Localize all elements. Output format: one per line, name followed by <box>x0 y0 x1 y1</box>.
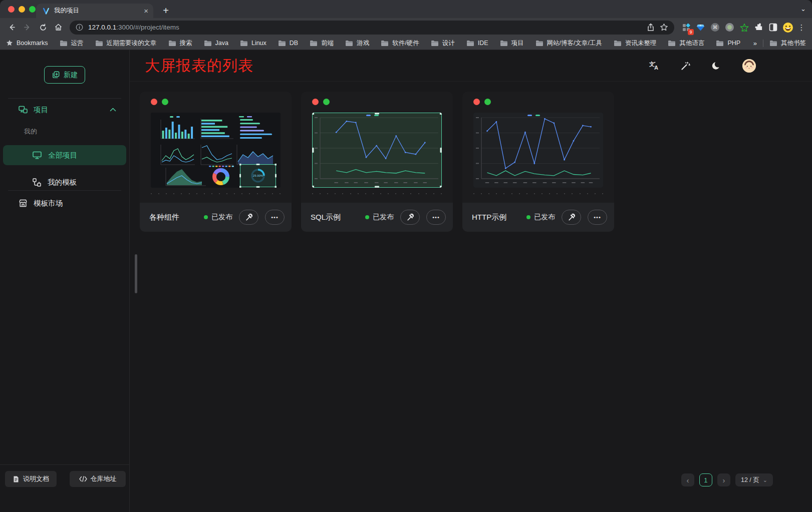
bookmark-folder[interactable]: 其他语言 <box>668 39 704 48</box>
url-host: 127.0.0.1 <box>88 24 116 31</box>
folder-icon <box>381 40 389 47</box>
back-icon[interactable] <box>5 20 19 35</box>
page-size-select[interactable]: 12 / 页 ⌄ <box>735 473 773 486</box>
cards-row: 25.00%各种组件已发布•••SQL示例已发布•••HTTP示例已发布••• <box>140 92 614 232</box>
browser-tab[interactable]: 我的项目 × <box>36 4 153 18</box>
reload-icon[interactable] <box>36 20 50 35</box>
sidebar-divider-top <box>8 98 121 99</box>
more-icon: ••• <box>432 214 440 220</box>
folder-icon <box>168 40 176 47</box>
goview-logo-icon <box>42 7 50 15</box>
more-button[interactable]: ••• <box>426 210 446 225</box>
bookmark-folder[interactable]: 近期需要读的文章 <box>95 39 157 48</box>
bookmark-folder[interactable]: PHP <box>716 40 740 47</box>
translate-icon[interactable]: 文A <box>649 61 660 71</box>
folder-icon <box>614 40 622 47</box>
close-window-button[interactable] <box>8 6 15 13</box>
edit-button[interactable] <box>239 210 258 225</box>
more-button[interactable]: ••• <box>588 210 607 225</box>
card-window-dots <box>312 99 330 105</box>
url-bar[interactable]: 127.0.0.1:3000/#/project/items <box>70 21 674 35</box>
page-title: 大屏报表的列表 <box>145 56 253 76</box>
svg-text:A: A <box>654 65 658 71</box>
status-badge: 已发布 <box>526 213 555 222</box>
bookmark-folder[interactable]: Java <box>204 40 228 47</box>
forward-icon[interactable] <box>20 20 35 35</box>
dotted-separator <box>151 193 281 195</box>
scrollbar-thumb[interactable] <box>135 254 137 293</box>
puzzle-icon[interactable] <box>752 21 765 34</box>
bookmark-label: 游戏 <box>357 39 369 48</box>
edit-button[interactable] <box>562 210 581 225</box>
tab-title: 我的项目 <box>54 7 140 15</box>
tab-search-icon[interactable]: ⌄ <box>800 5 806 13</box>
card-footer: HTTP示例已发布••• <box>462 203 614 232</box>
other-bookmarks-label: 其他书签 <box>781 39 806 48</box>
browser-menu-icon[interactable]: ⋮ <box>795 23 807 32</box>
bookmark-folder[interactable]: 软件/硬件 <box>381 39 419 48</box>
project-thumbnail[interactable]: 25.00% <box>151 113 281 188</box>
hammer-icon <box>568 213 576 221</box>
zoom-window-button[interactable] <box>29 6 36 13</box>
split-square-icon[interactable] <box>766 21 780 34</box>
sidebar: 新建 项目 我的 全部项目我的模板 模板市场 说明文档 仓库地址 <box>0 50 130 512</box>
bookmark-folder[interactable]: 前端 <box>310 39 334 48</box>
wand-icon[interactable] <box>681 61 690 71</box>
dotted-separator <box>473 193 603 195</box>
page-current-button[interactable]: 1 <box>699 473 712 486</box>
emoji-avatar-icon[interactable] <box>781 21 794 34</box>
docs-label: 说明文档 <box>23 474 49 483</box>
bookmark-folder[interactable]: 项目 <box>500 39 524 48</box>
project-thumbnail[interactable] <box>473 113 603 188</box>
info-icon[interactable] <box>76 24 83 31</box>
star-wire-icon[interactable] <box>737 21 751 34</box>
folder-icon <box>95 40 103 47</box>
page-prev-button[interactable]: ‹ <box>681 473 694 486</box>
docs-button[interactable]: 说明文档 <box>5 471 57 487</box>
url-path: :3000/#/project/items <box>116 24 179 31</box>
project-thumbnail[interactable] <box>312 113 442 188</box>
bookmark-folder[interactable]: IDE <box>466 40 488 47</box>
repo-button[interactable]: 仓库地址 <box>70 471 126 487</box>
extension-grid-icon[interactable]: 9 <box>679 21 693 34</box>
bookmark-folder[interactable]: 设计 <box>431 39 455 48</box>
minimize-window-button[interactable] <box>19 6 25 13</box>
home-icon[interactable] <box>51 20 66 35</box>
folder-icon <box>668 40 676 47</box>
user-avatar[interactable] <box>742 59 756 73</box>
hammer-icon <box>406 213 414 221</box>
sidebar-item-label: 全部项目 <box>48 151 77 160</box>
bookmark-folder[interactable]: Linux <box>240 40 266 47</box>
doc-icon <box>13 475 20 483</box>
bookmark-folder[interactable]: 搜索 <box>168 39 192 48</box>
sidebar-item-all-projects[interactable]: 全部项目 <box>3 145 126 165</box>
bookmark-folder[interactable]: DB <box>278 40 298 47</box>
bookmark-folder[interactable]: 资讯未整理 <box>614 39 657 48</box>
sidebar-item-my-templates[interactable]: 我的模板 <box>3 172 126 192</box>
gem-icon[interactable] <box>694 21 707 34</box>
edit-button[interactable] <box>400 210 420 225</box>
bookmark-folder[interactable]: 游戏 <box>345 39 369 48</box>
share-icon[interactable] <box>647 23 655 32</box>
bookmark-star-icon[interactable] <box>660 23 668 32</box>
new-tab-button[interactable]: + <box>159 4 173 18</box>
more-button[interactable]: ••• <box>265 210 285 225</box>
bookmarks-overflow-icon[interactable]: » <box>753 40 757 47</box>
repo-label: 仓库地址 <box>91 474 117 483</box>
close-tab-icon[interactable]: × <box>144 7 148 15</box>
bookmarks-list: 运营近期需要读的文章搜索JavaLinuxDB前端游戏软件/硬件设计IDE项目网… <box>60 39 742 48</box>
sidebar-group-projects[interactable]: 项目 <box>0 100 129 120</box>
other-bookmarks-folder[interactable]: 其他书签 <box>769 39 806 48</box>
command-icon[interactable]: ⌘ <box>708 21 722 34</box>
recorder-icon[interactable] <box>723 21 736 34</box>
bookmark-label: 近期需要读的文章 <box>107 39 157 48</box>
bookmark-folder[interactable]: 网站/博客/文章/工具 <box>535 39 602 48</box>
bookmarks-star-item[interactable]: Bookmarks <box>6 40 48 47</box>
folder-icon <box>310 40 318 47</box>
page-next-button[interactable]: › <box>717 473 730 486</box>
extension-badge: 9 <box>688 29 694 35</box>
create-project-button[interactable]: 新建 <box>44 66 85 84</box>
sidebar-item-template-market[interactable]: 模板市场 <box>3 193 126 213</box>
moon-icon[interactable] <box>711 61 721 71</box>
bookmark-folder[interactable]: 运营 <box>60 39 84 48</box>
